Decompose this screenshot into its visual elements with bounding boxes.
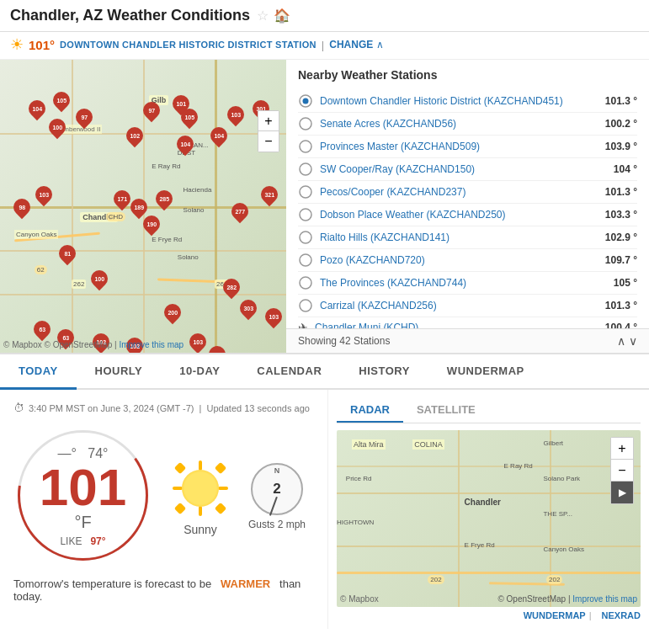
mini-play-button[interactable]: ▶	[611, 482, 633, 503]
svg-point-11	[303, 212, 309, 218]
mini-zoom-out-button[interactable]: −	[611, 460, 633, 482]
map-zoom-controls[interactable]: + −	[258, 110, 279, 152]
stations-title: Nearby Weather Stations	[298, 68, 637, 82]
navigation-tabs: TODAYHOURLY10-DAYCALENDARHISTORYWUNDERMA…	[0, 354, 649, 390]
wind-speed-value: 2	[273, 481, 280, 498]
change-link[interactable]: CHANGE	[329, 39, 373, 51]
current-temp-label: 101°	[29, 38, 55, 52]
svg-point-2	[300, 118, 311, 130]
tomorrow-text: Tomorrow's temperature is forecast to be	[13, 577, 211, 590]
tab-calendar[interactable]: CALENDAR	[238, 354, 340, 390]
favorite-icon[interactable]: ☆	[257, 8, 269, 24]
stations-panel: Nearby Weather Stations Downtown Chandle…	[286, 60, 649, 328]
svg-point-13	[303, 235, 309, 241]
footer-pipe: |	[589, 610, 592, 620]
svg-point-9	[303, 189, 309, 195]
pagination-arrows[interactable]: ∧ ∨	[617, 334, 637, 348]
like-label: LIKE	[60, 535, 82, 547]
radio-icon	[298, 207, 313, 222]
chevron-up-icon: ∧	[376, 39, 384, 51]
radar-tabs: RADAR SATELLITE	[337, 398, 641, 423]
tab-hourly[interactable]: HOURLY	[77, 354, 162, 390]
station-name[interactable]: Downtown Chandler Historic District (KAZ…	[320, 95, 598, 107]
temp-values: —° 74° 101 °F LIKE 97°	[40, 446, 126, 547]
mini-map-background: Alta Mira COLINA Chandler E Ray Rd E Fry…	[337, 430, 641, 607]
svg-point-4	[300, 141, 311, 152]
station-temperature: 101.3 °	[605, 300, 637, 311]
station-temperature: 105 °	[614, 277, 637, 289]
radio-icon	[298, 184, 313, 200]
station-temperature: 104 °	[614, 163, 637, 175]
svg-point-7	[303, 167, 309, 173]
station-name[interactable]: SW Cooper/Ray (KAZCHAND150)	[320, 163, 607, 175]
feels-like-value: 97°	[90, 535, 105, 547]
station-name[interactable]: Senate Acres (KAZCHAND56)	[320, 118, 598, 130]
svg-point-6	[300, 163, 311, 175]
main-map[interactable]: Chandler Gilb Amberwood II Canyon Oaks E…	[0, 60, 286, 353]
mini-map-footer: WUNDERMAP | NEXRAD	[337, 610, 641, 620]
mini-zoom-in-button[interactable]: +	[611, 438, 633, 460]
tab-today[interactable]: TODAY	[0, 354, 77, 390]
svg-point-17	[303, 280, 309, 286]
station-row: SW Cooper/Ray (KAZCHAND150) 104 °	[298, 158, 637, 181]
updated-value: Updated 13 seconds ago	[207, 403, 310, 413]
nexrad-link[interactable]: NEXRAD	[602, 610, 641, 620]
station-temperature: 100.4 °	[605, 322, 637, 328]
tab-10day[interactable]: 10-DAY	[161, 354, 238, 390]
compass-circle: N 2	[251, 463, 303, 515]
map-attribution: © Mapbox © OpenStreetMap | Improve this …	[3, 340, 184, 349]
mini-map-zoom-controls[interactable]: + − ▶	[610, 437, 634, 504]
weather-condition: Sunny	[169, 457, 231, 536]
station-temperature: 103.9 °	[605, 141, 637, 152]
station-temperature: 100.2 °	[605, 118, 637, 130]
tab-history[interactable]: HISTORY	[340, 354, 428, 390]
station-row: Pecos/Cooper (KAZCHAND237) 101.3 °	[298, 181, 637, 204]
station-link[interactable]: DOWNTOWN CHANDLER HISTORIC DISTRICT STAT…	[60, 40, 317, 50]
temp-unit: °F	[74, 513, 91, 531]
clock-icon: ⏱	[13, 402, 24, 414]
mini-map-osm-attribution: © OpenStreetMap | Improve this map	[497, 594, 637, 604]
tab-radar[interactable]: RADAR	[337, 398, 403, 423]
station-name[interactable]: Rialto Hills (KAZCHAND141)	[320, 232, 598, 243]
svg-point-14	[300, 254, 311, 266]
compass-north: N	[274, 466, 280, 475]
temperature-circle-container: —° 74° 101 °F LIKE 97°	[13, 426, 152, 567]
station-row: Provinces Master (KAZCHAND509) 103.9 °	[298, 136, 637, 158]
arrow-down-icon[interactable]: ∨	[629, 334, 637, 348]
station-row: Downtown Chandler Historic District (KAZ…	[298, 90, 637, 113]
station-name[interactable]: Chandler Muni (KCHD)	[315, 322, 598, 328]
station-row: Dobson Place Weather (KAZCHAND250) 103.3…	[298, 204, 637, 226]
radio-icon	[298, 275, 313, 290]
arrow-up-icon[interactable]: ∧	[617, 334, 625, 348]
compass-arrow	[269, 497, 278, 516]
radio-icon	[298, 230, 313, 245]
tab-wundermap[interactable]: WUNDERMAP	[428, 354, 543, 390]
station-temperature: 101.3 °	[605, 95, 637, 107]
tomorrow-forecast: Tomorrow's temperature is forecast to be…	[13, 577, 314, 603]
station-name[interactable]: Pozo (KAZCHAND720)	[320, 254, 598, 266]
station-row: Carrizal (KAZCHAND256) 101.3 °	[298, 295, 637, 317]
wundermap-link[interactable]: WUNDERMAP	[524, 610, 586, 620]
wind-display: N 2 Gusts 2 mph	[248, 463, 306, 530]
tab-satellite[interactable]: SATELLITE	[403, 398, 489, 423]
station-temperature: 109.7 °	[605, 254, 637, 266]
map-stations-section: Chandler Gilb Amberwood II Canyon Oaks E…	[0, 60, 649, 354]
mini-radar-map[interactable]: Alta Mira COLINA Chandler E Ray Rd E Fry…	[337, 430, 641, 607]
zoom-in-button[interactable]: +	[258, 111, 279, 131]
station-name[interactable]: The Provinces (KAZCHAND744)	[320, 277, 607, 289]
sun-graphic	[169, 457, 231, 519]
station-row: The Provinces (KAZCHAND744) 105 °	[298, 272, 637, 295]
timestamp-text: 3:40 PM MST on June 3, 2024 (GMT -7) | U…	[29, 403, 310, 413]
station-row: Senate Acres (KAZCHAND56) 100.2 °	[298, 113, 637, 136]
station-name[interactable]: Dobson Place Weather (KAZCHAND250)	[320, 209, 598, 221]
home-icon[interactable]: 🏠	[274, 8, 290, 24]
station-name[interactable]: Pecos/Cooper (KAZCHAND237)	[320, 186, 598, 198]
svg-point-3	[303, 121, 309, 127]
station-name[interactable]: Provinces Master (KAZCHAND509)	[320, 141, 598, 152]
zoom-out-button[interactable]: −	[258, 131, 279, 152]
wind-gusts-label: Gusts 2 mph	[248, 519, 306, 530]
station-name[interactable]: Carrizal (KAZCHAND256)	[320, 300, 598, 311]
radio-icon	[298, 93, 313, 109]
svg-point-16	[300, 277, 311, 289]
subheader: ☀ 101° DOWNTOWN CHANDLER HISTORIC DISTRI…	[0, 32, 649, 60]
